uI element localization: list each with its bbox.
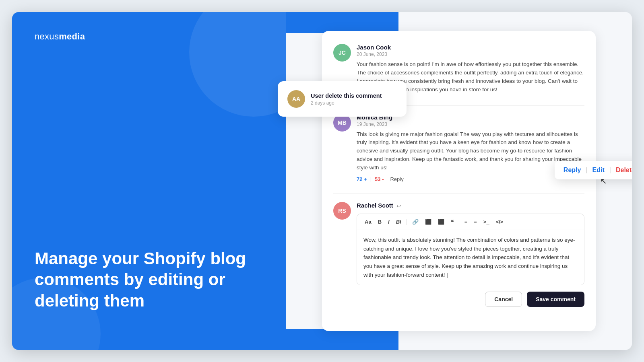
left-panel: nexusmedia Manage your Shopify blog comm… xyxy=(12,12,286,350)
comment-body-rachel: Rachel Scott ↩ Aa B I BI 🔗 ⬛ xyxy=(357,202,584,307)
vote-down-monica[interactable]: 53 - xyxy=(375,176,384,182)
deleted-comment-date: 2 days ago xyxy=(311,100,382,106)
toolbar-btn-quote[interactable]: ❝ xyxy=(449,218,456,226)
toolbar-btn-bold[interactable]: B xyxy=(376,218,384,226)
toolbar-sep-1 xyxy=(407,219,407,225)
context-edit-button[interactable]: Edit xyxy=(592,167,605,174)
editor-toolbar: Aa B I BI 🔗 ⬛ ⬛ ❝ ≡ ≡ >_ xyxy=(357,214,584,230)
edit-icon-rachel[interactable]: ↩ xyxy=(396,203,401,209)
deleted-comment-card: AA User delete this comment 2 days ago xyxy=(278,81,407,117)
deleted-comment-body: User delete this comment 2 days ago xyxy=(311,93,382,106)
cancel-button[interactable]: Cancel xyxy=(485,292,522,307)
toolbar-sep-2 xyxy=(459,219,459,225)
avatar-aa: AA xyxy=(287,90,305,108)
right-panel: AA User delete this comment 2 days ago R… xyxy=(286,12,632,350)
context-delete-button[interactable]: Delete xyxy=(616,167,632,174)
toolbar-btn-code[interactable]: >_ xyxy=(481,218,491,226)
comments-card: JC Jason Cook 20 June, 2023 Your fashion… xyxy=(322,31,596,331)
editor-content[interactable]: Wow, this outfit is absolutely stunning!… xyxy=(357,230,584,285)
blue-block-top xyxy=(286,12,398,33)
comment-author-rachel: Rachel Scott xyxy=(357,202,393,209)
vote-up-monica[interactable]: 72 + xyxy=(357,176,367,182)
divider-2 xyxy=(333,193,584,194)
context-menu: Reply | Edit | Delete xyxy=(555,161,632,179)
toolbar-btn-image1[interactable]: ⬛ xyxy=(423,218,433,226)
comment-item-monica: MB Monica Bing 19 June, 2023 This look i… xyxy=(333,114,584,183)
comment-text-monica: This look is giving me major fashion goa… xyxy=(357,130,584,173)
avatar-rs: RS xyxy=(333,202,351,220)
toolbar-btn-ol[interactable]: ≡ xyxy=(472,218,479,226)
app-wrapper: nexusmedia Manage your Shopify blog comm… xyxy=(12,12,632,350)
context-reply-button[interactable]: Reply xyxy=(564,167,581,174)
reply-link-monica[interactable]: Reply xyxy=(390,176,403,182)
comment-date-jason: 20 June, 2023 xyxy=(357,51,584,57)
toolbar-btn-bolditalic[interactable]: BI xyxy=(394,218,403,226)
toolbar-btn-aa[interactable]: Aa xyxy=(363,218,374,226)
comment-item-rachel: RS Rachel Scott ↩ Aa B I BI xyxy=(333,202,584,307)
brand-prefix: nexus xyxy=(35,31,59,41)
comment-date-monica: 19 June, 2023 xyxy=(357,121,584,127)
deleted-comment-title: User delete this comment xyxy=(311,93,382,99)
brand-logo: nexusmedia xyxy=(35,31,263,42)
editor-footer: Cancel Save comment xyxy=(357,292,584,307)
hero-text: Manage your Shopify blog comments by edi… xyxy=(35,248,263,312)
toolbar-btn-italic[interactable]: I xyxy=(386,218,392,226)
brand-suffix: media xyxy=(59,31,85,41)
comment-actions-monica: 72 + | 53 - Reply xyxy=(357,176,584,182)
toolbar-btn-ul[interactable]: ≡ xyxy=(462,218,470,226)
blue-block-bottom xyxy=(286,329,398,350)
cursor-icon: ↖ xyxy=(600,176,607,186)
toolbar-btn-image2[interactable]: ⬛ xyxy=(436,218,446,226)
editor-container: Aa B I BI 🔗 ⬛ ⬛ ❝ ≡ ≡ >_ xyxy=(357,214,584,285)
comment-author-jason: Jason Cook xyxy=(357,44,584,51)
toolbar-btn-link[interactable]: 🔗 xyxy=(410,218,421,226)
comment-author-row-rachel: Rachel Scott ↩ xyxy=(357,202,584,210)
save-comment-button[interactable]: Save comment xyxy=(527,292,584,307)
comment-body-monica: Monica Bing 19 June, 2023 This look is g… xyxy=(357,114,584,183)
toolbar-btn-html[interactable]: </> xyxy=(494,218,506,226)
avatar-jc: JC xyxy=(333,44,351,62)
